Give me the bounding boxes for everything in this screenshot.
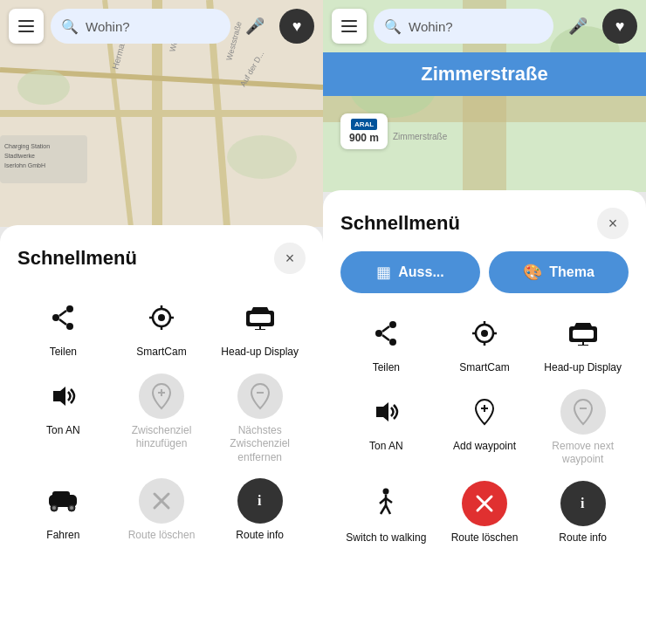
search-input-right[interactable]: 🔍 Wohin?: [374, 9, 553, 44]
svg-point-15: [227, 135, 297, 179]
menu-item-headup-right[interactable]: Head-up Display: [537, 311, 629, 375]
svg-text:Iserlohn GmbH: Iserlohn GmbH: [4, 162, 45, 168]
street-banner: Zimmerstraße: [323, 52, 646, 96]
svg-point-16: [66, 305, 73, 312]
menu-item-share-right[interactable]: Teilen: [340, 311, 432, 375]
svg-line-55: [382, 335, 389, 340]
share-label-right: Teilen: [373, 361, 400, 375]
menu-item-naechstes-left[interactable]: Nächstes Zwischenziel entfernen: [214, 373, 306, 465]
smartcam-icon-left: [139, 295, 184, 340]
svg-text:Zimmerstraße: Zimmerstraße: [393, 132, 448, 141]
route-loeschen-icon-right: [462, 481, 507, 526]
menu-grid-left: Teilen SmartCam: [17, 295, 306, 543]
walking-icon-right: [363, 481, 409, 526]
smartcam-icon-right: [462, 311, 507, 356]
menu-item-switch-walking-right[interactable]: Switch to walking: [340, 481, 432, 545]
menu-item-route-loeschen-left[interactable]: Route löschen: [116, 478, 208, 543]
thema-label: Thema: [549, 264, 594, 280]
menu-item-headup-left[interactable]: Head-up Display: [214, 295, 306, 360]
naechstes-icon-left: [237, 373, 283, 419]
switch-walking-label-right: Switch to walking: [346, 531, 426, 545]
menu-button-right[interactable]: [332, 9, 367, 44]
route-info-icon-left: i: [237, 478, 283, 524]
ton-label-left: Ton AN: [46, 424, 80, 438]
svg-point-53: [389, 339, 396, 346]
search-text-left: Wohin?: [86, 19, 130, 34]
svg-line-20: [59, 319, 66, 325]
route-info-label-left: Route info: [236, 529, 284, 543]
naechstes-label-left: Nächstes Zwischenziel entfernen: [214, 424, 306, 465]
svg-text:i: i: [581, 496, 585, 510]
share-icon-left: [40, 295, 86, 340]
share-icon-right: [363, 311, 409, 356]
street-name: Zimmerstraße: [421, 63, 548, 85]
close-button-left[interactable]: ×: [274, 243, 306, 274]
menu-item-fahren-left[interactable]: Fahren: [17, 478, 109, 543]
search-text-right: Wohin?: [409, 19, 453, 34]
ton-icon-right: [363, 389, 409, 435]
zwischenziel-label-left: Zwischenziel hinzufügen: [116, 424, 208, 451]
fahren-label-left: Fahren: [46, 529, 79, 543]
headup-label-left: Head-up Display: [221, 346, 299, 360]
menu-item-route-info-left[interactable]: i Route info: [214, 478, 306, 543]
svg-point-51: [389, 321, 396, 328]
menu-item-route-loeschen-right[interactable]: Route löschen: [439, 481, 531, 545]
menu-item-share-left[interactable]: Teilen: [17, 295, 109, 360]
mic-button-left[interactable]: 🎤: [237, 9, 272, 44]
svg-point-22: [158, 314, 165, 321]
auss-button[interactable]: ▦ Auss...: [340, 251, 480, 293]
svg-rect-63: [573, 330, 594, 339]
headup-icon-right: [560, 311, 606, 356]
schnellmenu-title-left: Schnellmenü: [17, 247, 137, 270]
auss-label: Auss...: [398, 264, 443, 280]
left-panel: Hermannstraße Weststraße Weststraße Auf …: [0, 0, 323, 644]
search-bar-right: 🔍 Wohin? 🎤 ♥: [332, 9, 637, 44]
svg-point-18: [66, 323, 73, 330]
schnellmenu-right: Schnellmenü × ▦ Auss... 🎨 Thema: [323, 190, 646, 644]
svg-line-76: [386, 505, 390, 514]
mic-button-right[interactable]: 🎤: [560, 9, 595, 44]
close-button-right[interactable]: ×: [597, 208, 629, 239]
svg-point-40: [52, 506, 56, 510]
svg-point-41: [70, 506, 73, 510]
svg-point-71: [383, 488, 389, 494]
favorites-button-left[interactable]: ♥: [279, 9, 314, 44]
svg-text:Stadtwerke: Stadtwerke: [4, 153, 35, 159]
svg-rect-28: [250, 314, 271, 323]
fahren-icon-left: [40, 478, 86, 524]
thema-button[interactable]: 🎨 Thema: [489, 251, 629, 293]
add-waypoint-icon-right: [462, 389, 507, 435]
menu-item-route-info-right[interactable]: i Route info: [537, 481, 629, 545]
svg-marker-64: [574, 323, 592, 326]
add-waypoint-label-right: Add waypoint: [453, 440, 516, 454]
route-loeschen-label-right: Route löschen: [451, 531, 519, 545]
route-info-icon-right: i: [560, 481, 606, 526]
route-loeschen-icon-left: [139, 478, 184, 524]
schnellmenu-header-right: Schnellmenü ×: [340, 208, 629, 239]
menu-item-ton-right[interactable]: Ton AN: [340, 389, 432, 467]
share-label-left: Teilen: [50, 346, 77, 360]
svg-line-19: [59, 311, 66, 316]
favorites-button-right[interactable]: ♥: [602, 9, 637, 44]
svg-point-57: [481, 330, 488, 337]
svg-point-14: [17, 70, 70, 105]
search-bar-left: 🔍 Wohin? 🎤 ♥: [9, 9, 314, 44]
search-icon-left: 🔍: [61, 18, 79, 35]
ton-label-right: Ton AN: [369, 440, 403, 454]
menu-item-smartcam-right[interactable]: SmartCam: [439, 311, 531, 375]
schnellmenu-header-left: Schnellmenü ×: [17, 243, 306, 274]
headup-label-right: Head-up Display: [544, 361, 622, 375]
menu-item-smartcam-left[interactable]: SmartCam: [116, 295, 208, 360]
palette-icon: 🎨: [523, 263, 542, 282]
ton-icon-left: [40, 373, 86, 419]
svg-marker-29: [251, 307, 269, 311]
schnellmenu-left: Schnellmenü × Teilen: [0, 225, 323, 644]
menu-item-add-waypoint-right[interactable]: Add waypoint: [439, 389, 531, 467]
svg-line-75: [381, 505, 386, 514]
search-input-left[interactable]: 🔍 Wohin?: [51, 9, 230, 44]
remove-waypoint-icon-right: [560, 389, 606, 435]
menu-button-left[interactable]: [9, 9, 44, 44]
menu-item-ton-left[interactable]: Ton AN: [17, 373, 109, 465]
menu-item-remove-waypoint-right[interactable]: Remove next waypoint: [537, 389, 629, 467]
menu-item-zwischenziel-left[interactable]: Zwischenziel hinzufügen: [116, 373, 208, 465]
